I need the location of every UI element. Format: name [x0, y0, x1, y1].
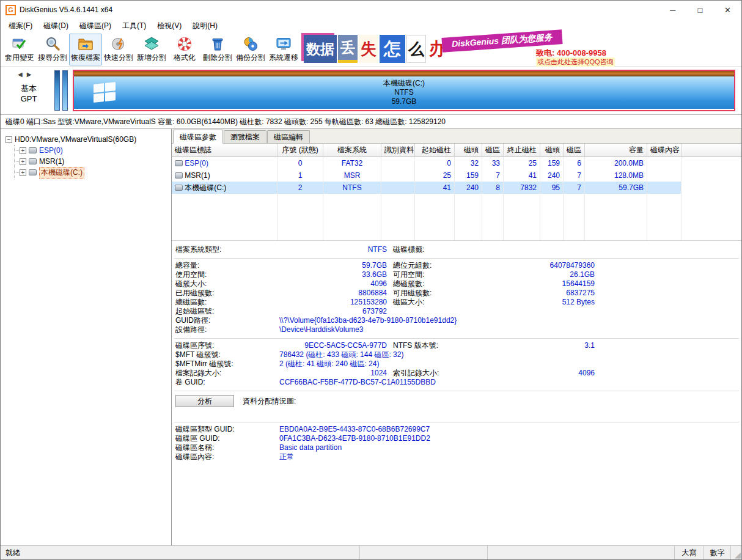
partition-icon: [29, 169, 37, 175]
tree-item-c[interactable]: + 本機磁碟(C:): [15, 167, 171, 178]
menu-file[interactable]: 檔案(F): [3, 19, 38, 32]
windows-logo-icon: [94, 82, 116, 103]
fs-type-section: 檔案系統類型: NTFS 磁碟標籤:: [174, 243, 739, 259]
status-ready: 就緒: [1, 546, 360, 559]
detail-row: 總容量: 59.7GB 總位元組數: 64078479360: [174, 261, 739, 270]
maximize-button[interactable]: □: [686, 1, 714, 19]
menu-view[interactable]: 檢視(V): [152, 19, 187, 32]
search-partition-button[interactable]: 搜尋分割: [36, 34, 69, 65]
tree-item-label: ESP(0): [39, 146, 63, 155]
app-logo-icon: G: [6, 5, 16, 15]
mini-partition-bar-esp[interactable]: [54, 70, 60, 111]
banner-tile: 数据: [304, 35, 337, 63]
banner-tile: 丢: [338, 35, 358, 63]
banner-qq-link[interactable]: 或点击此处选择QQQ咨询: [536, 57, 615, 67]
close-button[interactable]: ✕: [714, 1, 741, 19]
detail-row: 起始磁區號: 673792: [174, 307, 739, 316]
table-empty-rows: [172, 194, 741, 240]
collapse-icon[interactable]: −: [6, 136, 12, 143]
system-migration-button[interactable]: 系統遷移: [267, 34, 300, 65]
menu-tools[interactable]: 工具(T): [117, 19, 152, 32]
partition-fs: NTFS: [394, 88, 413, 97]
table-row-esp[interactable]: ESP(0) 0 FAT32 0 32 33 25 159 6 200.0MB: [172, 157, 741, 169]
banner-tile: 么: [406, 35, 426, 63]
detail-row: 磁碟區類型 GUID: EBD0A0A2-B9E5-4433-87C0-68B6…: [174, 425, 739, 434]
detail-row: 磁碟區內容: 正常: [174, 452, 739, 462]
apply-changes-icon: [12, 36, 28, 52]
status-numlock: 數字: [704, 546, 731, 559]
disk-info-line: 磁碟0 端口:Sas 型號:VMware,VMwareVirtualS 容量: …: [1, 114, 741, 129]
guid-section: 磁碟區類型 GUID: EBD0A0A2-B9E5-4433-87C0-68B6…: [174, 422, 739, 465]
next-disk-icon[interactable]: ▶: [27, 71, 36, 78]
allocation-map-label: 資料分配情況圖:: [243, 396, 296, 407]
status-panel: [488, 546, 675, 559]
tree-item-disk0[interactable]: − HD0:VMware,VMwareVirtualS(60GB): [6, 134, 171, 145]
disk-scheme-label: GPT: [12, 94, 46, 103]
detail-row: $MFTMirr 磁簇號: 2 (磁柱: 41 磁頭: 240 磁區: 24): [174, 359, 739, 369]
window-controls: ─ □ ✕: [659, 1, 741, 19]
system-migration-icon: [276, 36, 292, 52]
banner-tile: 怎: [380, 35, 405, 63]
tab-partition-params[interactable]: 磁碟區參數: [173, 130, 223, 144]
tree-children: + ESP(0) + MSR(1) + 本機磁碟(C:): [14, 145, 171, 178]
toolbar: 套用變更 搜尋分割 恢復檔案 快速分割 新增分割 格式化 刪除分割: [1, 32, 741, 67]
new-partition-icon: [144, 36, 160, 52]
partition-size: 59.7GB: [392, 97, 417, 106]
tabs-bar: 磁碟區參數 瀏覽檔案 磁區編輯: [172, 129, 741, 144]
tree-item-label-selected: 本機磁碟(C:): [39, 167, 84, 179]
promo-banner: 数据 丢 失 怎 么 办 DiskGenius 团队为您服务 致电: 400-0…: [304, 33, 611, 66]
table-row-msr[interactable]: MSR(1) 1 MSR 25 159 7 41 240 7 128.0MB: [172, 169, 741, 182]
tab-browse-files[interactable]: 瀏覽檔案: [224, 130, 266, 143]
analysis-row: 分析 資料分配情況圖:: [174, 391, 739, 422]
new-partition-button[interactable]: 新增分割: [135, 34, 168, 65]
tab-sector-edit[interactable]: 磁區編輯: [267, 130, 310, 143]
partition-tree: − HD0:VMware,VMwareVirtualS(60GB) + ESP(…: [1, 129, 172, 547]
partition-name: 本機磁碟(C:): [383, 79, 425, 88]
menu-help[interactable]: 說明(H): [187, 19, 223, 32]
disk-nav-arrows[interactable]: ◀▶: [18, 71, 35, 78]
tree-item-msr[interactable]: + MSR(1): [15, 156, 171, 167]
detail-row: 磁碟區 GUID: 0FA1C3BA-D623-4E7B-9180-8710B1…: [174, 434, 739, 443]
detail-row: 已用磁簇數: 8806884 可用磁簇數: 6837275: [174, 289, 739, 298]
resize-grip-icon[interactable]: ◢: [731, 546, 741, 559]
tree-item-esp[interactable]: + ESP(0): [15, 145, 171, 156]
prev-disk-icon[interactable]: ◀: [18, 71, 27, 78]
table-row-c-selected[interactable]: 本機磁碟(C:) 2 NTFS 41 240 8 7832 95 7 59.7G…: [172, 182, 741, 194]
partition-table-header: 磁碟區標誌 序號 (狀態) 檔案系統 識別資料 起始磁柱 磁頭 磁區 終止磁柱 …: [172, 144, 741, 157]
menu-disk[interactable]: 磁碟(D): [38, 19, 74, 32]
detail-row: 總磁區數: 125153280 磁區大小: 512 Bytes: [174, 298, 739, 307]
minimize-button[interactable]: ─: [659, 1, 686, 19]
expand-icon[interactable]: +: [20, 169, 26, 176]
ntfs-section: 磁碟區序號: 9ECC-5AC5-CC5A-977D NTFS 版本號: 3.1…: [174, 339, 739, 391]
status-panel: [360, 546, 488, 559]
detail-row: 磁簇大小: 4096 總磁簇數: 15644159: [174, 279, 739, 289]
window-title: DiskGenius V5.4.6.1441 x64: [20, 6, 112, 14]
detail-row: $MFT 磁簇號: 786432 (磁柱: 433 磁頭: 144 磁區: 32…: [174, 350, 739, 359]
mini-partition-bar-msr[interactable]: [62, 70, 68, 111]
format-button[interactable]: 格式化: [168, 34, 201, 65]
partition-bar-body: 本機磁碟(C:) NTFS 59.7GB: [74, 76, 734, 109]
menu-partition[interactable]: 磁碟區(P): [74, 19, 117, 32]
partition-icon: [175, 185, 183, 191]
expand-icon[interactable]: +: [20, 158, 26, 165]
detail-row: 檔案記錄大小: 1024 索引記錄大小: 4096: [174, 369, 739, 378]
capacity-section: 總容量: 59.7GB 總位元組數: 64078479360 使用空間: 33.…: [174, 259, 739, 339]
quick-partition-button[interactable]: 快速分割: [102, 34, 135, 65]
recover-files-button[interactable]: 恢復檔案: [69, 34, 102, 65]
tree-item-label: MSR(1): [39, 157, 64, 166]
status-bar: 就緒 大寫 數字 ◢: [1, 545, 741, 559]
backup-partition-button[interactable]: 備份分割: [234, 34, 267, 65]
banner-tile: 失: [359, 35, 378, 63]
expand-icon[interactable]: +: [20, 147, 26, 154]
title-bar: G DiskGenius V5.4.6.1441 x64 ─ □ ✕: [1, 1, 741, 19]
detail-row: 檔案系統類型: NTFS 磁碟標籤:: [174, 245, 739, 254]
tree-disk-label: HD0:VMware,VMwareVirtualS(60GB): [15, 135, 136, 144]
partition-icon: [175, 160, 183, 166]
detail-row: 磁碟區序號: 9ECC-5AC5-CC5A-977D NTFS 版本號: 3.1: [174, 341, 739, 350]
partition-bar-c[interactable]: 本機磁碟(C:) NTFS 59.7GB: [73, 70, 735, 111]
detail-row: 磁碟區名稱: Basic data partition: [174, 443, 739, 452]
apply-changes-button[interactable]: 套用變更: [3, 34, 36, 65]
partition-icon: [29, 158, 37, 164]
analyze-button[interactable]: 分析: [175, 395, 234, 407]
delete-partition-button[interactable]: 刪除分割: [201, 34, 234, 65]
